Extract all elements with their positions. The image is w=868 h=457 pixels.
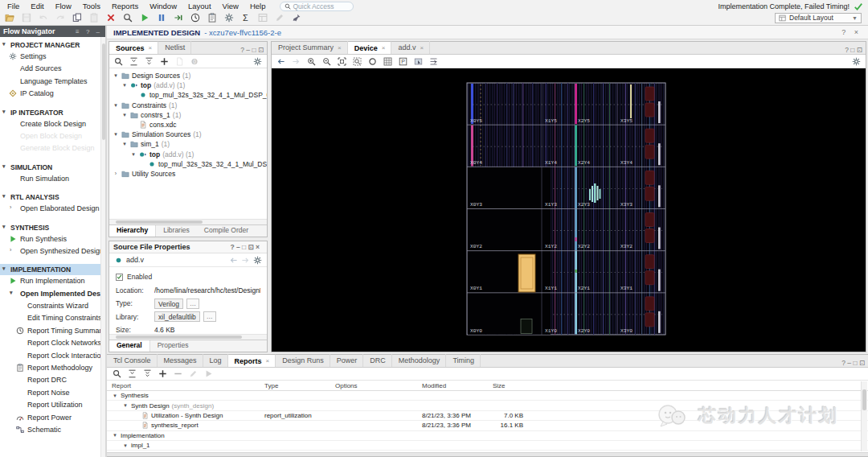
fn-item-open-block-design[interactable]: Open Block Design — [0, 130, 105, 142]
source-item-top[interactable]: ▾top(add.v) (1) — [109, 80, 267, 90]
gear-icon[interactable] — [253, 256, 262, 265]
results-tab-reports[interactable]: Reports× — [228, 354, 276, 367]
undo-button[interactable] — [39, 13, 48, 23]
fn-item-report-utilization[interactable]: Report Utilization — [0, 399, 105, 411]
chevron-right-icon[interactable]: › — [10, 247, 11, 253]
chevron-down-icon[interactable]: ▾ — [122, 443, 129, 449]
source-item-utility-sources[interactable]: ›Utility Sources — [109, 169, 267, 179]
source-item-simulation-sources[interactable]: ▾Simulation Sources(1) — [109, 130, 267, 139]
quick-access-search[interactable]: Quick Access — [280, 2, 354, 11]
add-sources-icon[interactable] — [160, 57, 169, 66]
fn-item-report-timing-summary[interactable]: Report Timing Summary — [0, 325, 105, 337]
menu-file[interactable]: File — [2, 1, 25, 11]
device-tab-add-v[interactable]: add.v× — [391, 41, 430, 54]
device-tab-device[interactable]: Device× — [348, 41, 392, 54]
settings-button[interactable] — [224, 13, 234, 23]
chevron-icon[interactable]: ▾ — [113, 102, 119, 109]
source-item-top-mul-32s-32s-32-4-1-mul-dsp-0-u-top-m[interactable]: top_mul_32s_32s_32_4_1_Mul_DSP_0_U : top… — [109, 159, 267, 169]
fn-section-rtl-analysis[interactable]: ▾RTL ANALYSIS — [0, 191, 105, 203]
property-value-field[interactable]: Verilog — [154, 298, 183, 309]
chevron-down-icon[interactable]: ▾ — [10, 290, 13, 296]
sources-tab-netlist[interactable]: Netlist — [158, 41, 191, 54]
properties-view-tab-general[interactable]: General — [109, 340, 150, 352]
fn-section-implementation[interactable]: ▾IMPLEMENTATION — [0, 264, 105, 275]
pin-button[interactable] — [292, 13, 301, 23]
zoom-in-icon[interactable] — [307, 57, 316, 66]
chevron-down-icon[interactable]: ▾ — [122, 402, 129, 409]
source-item-top[interactable]: ▾top(add.v) (1) — [109, 150, 267, 159]
report-row-synthesis[interactable]: ▾Synthesis — [107, 391, 868, 401]
forward-icon[interactable] — [241, 256, 250, 265]
clock-regions-icon[interactable] — [383, 57, 392, 66]
zoom-to-selection-icon[interactable] — [353, 57, 362, 66]
properties-hscrollbar[interactable] — [109, 334, 267, 340]
autofit-selection-icon[interactable] — [368, 57, 377, 66]
chevron-icon[interactable]: ▾ — [113, 72, 119, 79]
menu-window[interactable]: Window — [144, 1, 182, 11]
report-row-synth-design[interactable]: ▾Synth Design(synth_design) — [107, 401, 868, 410]
results-tab-timing[interactable]: Timing — [446, 354, 481, 367]
menu-layout[interactable]: Layout — [182, 1, 217, 11]
source-item-design-sources[interactable]: ▾Design Sources(1) — [109, 71, 267, 80]
open-file-icon[interactable] — [175, 57, 184, 66]
pblock-icon[interactable]: P — [399, 57, 407, 66]
fn-item-report-drc[interactable]: Report DRC — [0, 374, 105, 386]
device-window-controls[interactable]: ? □ ⊡ — [845, 46, 866, 54]
add-icon[interactable] — [158, 369, 167, 378]
elapsed-time-button[interactable] — [190, 13, 200, 23]
close-icon[interactable]: × — [149, 44, 153, 51]
close-icon[interactable]: × — [266, 357, 270, 364]
fn-item-schematic[interactable]: Schematic — [0, 424, 105, 436]
select-area-icon[interactable] — [414, 57, 423, 66]
fn-section-project-manager[interactable]: ▾PROJECT MANAGER — [0, 39, 105, 51]
column-header-report[interactable]: Report — [107, 382, 260, 389]
column-header-size[interactable]: Size — [488, 382, 528, 389]
edit-button[interactable] — [275, 13, 285, 23]
fn-item-open-elaborated-design[interactable]: ›Open Elaborated Design — [0, 203, 105, 215]
flow-navigator-header-icons[interactable]: ≡ ? – — [76, 28, 102, 35]
remove-icon[interactable] — [174, 369, 182, 378]
zoom-fit-icon[interactable] — [338, 57, 346, 66]
browse-button[interactable]: … — [203, 311, 216, 322]
report-row-implementation[interactable]: ▾Implementation — [107, 431, 868, 441]
run-icon[interactable] — [204, 369, 213, 378]
menu-flow[interactable]: Flow — [50, 1, 77, 11]
find-button[interactable] — [123, 13, 133, 23]
sources-view-tab-libraries[interactable]: Libraries — [156, 225, 197, 237]
back-icon[interactable] — [276, 57, 285, 66]
column-header-type[interactable]: Type — [260, 382, 330, 389]
chevron-icon[interactable]: › — [113, 171, 119, 176]
fn-item-generate-block-design[interactable]: Generate Block Design — [0, 142, 105, 154]
close-icon[interactable]: × — [420, 44, 424, 51]
fn-item-settings[interactable]: Settings — [0, 51, 105, 63]
fn-item-report-noise[interactable]: Report Noise — [0, 387, 105, 399]
fn-item-report-methodology[interactable]: Report Methodology — [0, 362, 105, 374]
sources-window-controls[interactable]: ? – □ ⊡ — [240, 46, 267, 54]
chevron-right-icon[interactable]: › — [10, 204, 11, 210]
fn-section-simulation[interactable]: ▾SIMULATION — [0, 162, 105, 173]
menu-tools[interactable]: Tools — [77, 1, 106, 11]
close-icon[interactable]: × — [382, 44, 386, 51]
open-button[interactable] — [5, 13, 14, 23]
copy-button[interactable] — [72, 13, 82, 23]
forward-icon[interactable] — [292, 57, 301, 66]
fn-item-run-simulation[interactable]: Run Simulation — [0, 173, 105, 185]
source-item-cons-xdc[interactable]: cons.xdc — [109, 120, 267, 130]
step-button[interactable] — [174, 13, 183, 23]
source-item-top-mul-32s-32s-32-4-1-mul-dsp-0-u-top-mul-3[interactable]: top_mul_32s_32s_32_4_1_Mul_DSP_0_U : top… — [109, 90, 267, 100]
fn-item-report-clock-networks[interactable]: Report Clock Networks — [0, 337, 105, 349]
results-tab-drc[interactable]: DRC — [363, 354, 392, 367]
chevron-icon[interactable]: ▾ — [113, 131, 119, 138]
report-row-impl-1[interactable]: ▾impl_1 — [107, 441, 868, 451]
search-icon[interactable] — [113, 369, 121, 378]
gear-icon[interactable] — [253, 57, 262, 66]
fn-item-add-sources[interactable]: Add Sources — [0, 63, 105, 75]
edit-icon[interactable] — [189, 369, 198, 378]
fn-item-run-implementation[interactable]: Run Implementation — [0, 275, 105, 287]
menu-edit[interactable]: Edit — [25, 1, 49, 11]
layout-grid-button[interactable] — [258, 13, 268, 23]
fn-item-ip-catalog[interactable]: IP Catalog — [0, 88, 105, 100]
menu-reports[interactable]: Reports — [106, 1, 144, 11]
source-item-sim-1[interactable]: ▾sim_1(1) — [109, 139, 267, 149]
report-row-synthesis-report[interactable]: synthesis_report8/21/23, 3:36 PM16.1 KB — [107, 421, 868, 430]
